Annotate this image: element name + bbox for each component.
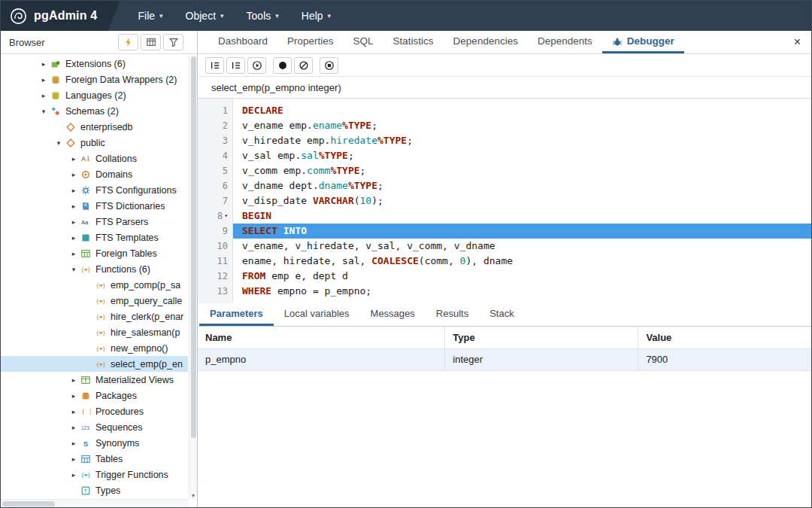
chevron-right-icon[interactable]: ▸ [68,218,79,226]
panel-tab-stack[interactable]: Stack [479,303,525,326]
tree-item-emp-query-calle[interactable]: {≡}emp_query_calle [1,293,188,309]
line-number[interactable]: 11 [198,254,233,269]
panel-tab-messages[interactable]: Messages [360,303,426,326]
chevron-right-icon[interactable]: ▸ [68,392,79,400]
code-line[interactable]: 2v_ename emp.ename%TYPE; [198,118,811,133]
tree-item-domains[interactable]: ▸Domains [1,166,188,182]
chevron-right-icon[interactable]: ▸ [68,250,79,257]
tree-item-schemas-2[interactable]: ▾Schemas (2) [1,103,188,119]
sidebar-vertical-scrollbar[interactable]: ▾ [189,55,197,499]
menu-file[interactable]: File▾ [138,10,162,22]
chevron-right-icon[interactable]: ▸ [68,155,79,163]
chevron-down-icon[interactable]: ▾ [53,139,64,147]
code-line[interactable]: 10v_ename, v_hiredate, v_sal, v_comm, v_… [198,239,811,254]
tree-item-materialized-views[interactable]: ▸Materialized Views [1,372,188,388]
menu-tools[interactable]: Tools▾ [247,10,279,22]
panel-tab-local-variables[interactable]: Local variables [274,303,360,326]
line-number[interactable]: 13 [198,284,233,299]
line-number[interactable]: 6 [198,178,233,193]
scrollbar-thumb[interactable] [2,501,55,506]
code-line[interactable]: 8▾BEGIN [198,208,811,224]
line-number[interactable]: 9 [198,224,233,239]
code-line[interactable]: 9SELECT INTO [198,224,811,239]
line-number[interactable]: 8▾ [198,208,233,224]
chevron-right-icon[interactable]: ▸ [38,92,49,99]
tab-dashboard[interactable]: Dashboard [208,31,277,53]
menu-help[interactable]: Help▾ [301,10,331,22]
close-icon[interactable]: × [794,36,801,48]
chevron-right-icon[interactable]: ▸ [68,408,79,415]
step-over-button[interactable] [226,57,245,74]
query-tool-button[interactable] [118,34,138,50]
tree-item-packages[interactable]: ▸Packages [1,388,188,403]
chevron-down-icon[interactable]: ▾ [38,108,49,115]
line-number[interactable]: 5 [198,163,233,178]
sidebar-horizontal-scrollbar[interactable] [1,499,189,507]
scrollbar-thumb[interactable] [191,56,196,438]
tree-item-fts-dictionaries[interactable]: ▸FTS Dictionaries [1,198,188,214]
tree-item-new-empno[interactable]: {≡}new_empno() [1,340,188,356]
chevron-right-icon[interactable]: ▸ [68,376,79,384]
chevron-right-icon[interactable]: ▸ [68,424,79,431]
cell-value[interactable]: 7900 [638,348,811,370]
code-line[interactable]: 6v_dname dept.dname%TYPE; [198,178,811,193]
chevron-down-icon[interactable]: ▾ [68,266,79,273]
tree-item-procedures[interactable]: ▸( )Procedures [1,403,188,419]
tree-item-synonyms[interactable]: ▸SSynonyms [1,435,188,451]
line-number[interactable]: 7 [198,193,233,208]
tree-item-public[interactable]: ▾public [1,135,188,151]
line-number[interactable]: 3 [198,133,233,148]
step-into-button[interactable] [205,57,224,74]
tree-item-enterprisedb[interactable]: enterprisedb [1,119,188,135]
line-number[interactable]: 1 [198,103,233,118]
code-line[interactable]: 5v_comm emp.comm%TYPE; [198,163,811,178]
line-number[interactable]: 2 [198,118,233,133]
tab-debugger[interactable]: Debugger [602,31,684,53]
tree-item-emp-comp-p-sa[interactable]: {≡}emp_comp(p_sa [1,277,188,293]
line-number[interactable]: 10 [198,239,233,254]
tree-item-tables[interactable]: ▸Tables [1,451,188,467]
chevron-right-icon[interactable]: ▸ [68,455,79,463]
tree-item-languages-2[interactable]: ▸Languages (2) [1,87,188,103]
tree-item-fts-configurations[interactable]: ▸FTS Configurations [1,182,188,198]
tree-item-fts-parsers[interactable]: ▸AaFTS Parsers [1,214,188,230]
tree-item-hire-clerk-p-enar[interactable]: {≡}hire_clerk(p_enar [1,309,188,324]
toggle-breakpoint-button[interactable] [273,57,292,74]
chevron-right-icon[interactable]: ▸ [68,171,79,178]
tab-sql[interactable]: SQL [344,31,383,53]
scroll-down-arrow-icon[interactable]: ▾ [189,492,197,499]
chevron-right-icon[interactable]: ▸ [68,471,79,479]
view-data-button[interactable] [141,34,161,50]
code-line[interactable]: 12FROM emp e, dept d [198,269,811,284]
stop-button[interactable] [320,57,338,74]
tree-item-collations[interactable]: ▸ACollations [1,151,188,166]
line-number[interactable]: 12 [198,269,233,284]
code-line[interactable]: 4v_sal emp.sal%TYPE; [198,148,811,163]
code-line[interactable]: 13WHERE empno = p_empno; [198,284,811,299]
tree-item-functions-6[interactable]: ▾{≡}Functions (6) [1,261,188,277]
tree-item-extensions-6[interactable]: ▸Extensions (6) [1,56,188,71]
chevron-right-icon[interactable]: ▸ [68,187,79,194]
tree-item-types[interactable]: TTypes [1,482,188,498]
tree-item-sequences[interactable]: ▸123Sequences [1,419,188,435]
panel-tab-results[interactable]: Results [426,303,479,326]
code-line[interactable]: 1DECLARE [198,103,811,118]
chevron-right-icon[interactable]: ▸ [68,440,79,447]
code-line[interactable]: 3v_hiredate emp.hiredate%TYPE; [198,133,811,148]
fold-marker-icon[interactable]: ▾ [224,208,228,224]
tree-item-select-emp-p-en[interactable]: {≡}select_emp(p_en [1,356,188,372]
tab-dependencies[interactable]: Dependencies [444,31,528,53]
tree-item-foreign-data-wrappers-2[interactable]: ▸Foreign Data Wrappers (2) [1,71,188,87]
tab-properties[interactable]: Properties [277,31,344,53]
panel-tab-parameters[interactable]: Parameters [199,303,274,326]
menu-object[interactable]: Object▾ [186,10,224,22]
tree-item-foreign-tables[interactable]: ▸Foreign Tables [1,245,188,261]
continue-button[interactable] [247,57,266,74]
table-row[interactable]: p_empnointeger7900 [198,348,811,370]
tree-item-hire-salesman-p[interactable]: {≡}hire_salesman(p [1,324,188,340]
tab-dependents[interactable]: Dependents [528,31,602,53]
chevron-right-icon[interactable]: ▸ [38,60,49,68]
tree-item-trigger-functions[interactable]: ▸{≡}Trigger Functions [1,467,188,482]
chevron-right-icon[interactable]: ▸ [38,76,49,84]
tree-item-fts-templates[interactable]: ▸FTS Templates [1,230,188,245]
